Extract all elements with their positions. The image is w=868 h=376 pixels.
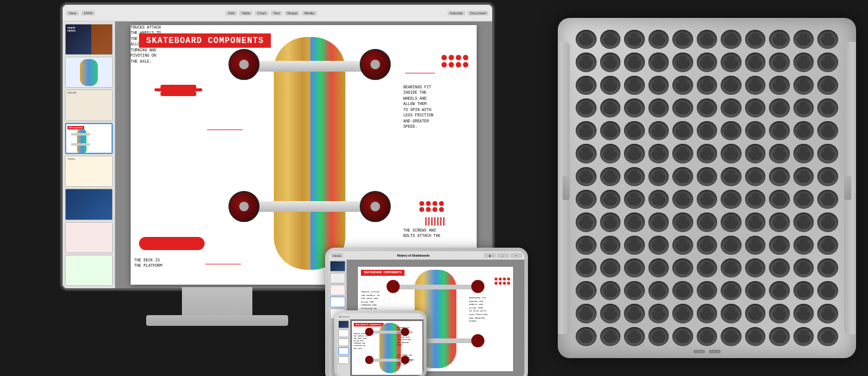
grille-hole bbox=[769, 258, 790, 278]
grille-hole bbox=[672, 304, 693, 323]
toolbar-view[interactable]: View bbox=[66, 11, 79, 16]
grille-hole bbox=[769, 212, 790, 232]
grille-hole bbox=[817, 76, 838, 95]
screws-annotation-text: THE SCREWS ANDBOLTS ATTACH THE bbox=[403, 228, 472, 239]
grille-hole bbox=[721, 76, 742, 95]
grille-hole bbox=[600, 167, 621, 186]
grille-hole bbox=[624, 281, 645, 300]
grille-hole bbox=[576, 76, 597, 95]
grille-hole bbox=[672, 30, 693, 49]
grille-hole bbox=[793, 327, 814, 346]
grille-hole bbox=[817, 327, 838, 346]
imac-screen[interactable]: View 100% Add Table Chart Text Shape Med… bbox=[63, 5, 492, 288]
grille-hole bbox=[697, 30, 718, 49]
grille-hole bbox=[672, 98, 693, 118]
grille-hole bbox=[697, 53, 718, 72]
grille-hole bbox=[745, 212, 766, 232]
ipad-toolbar-btn[interactable]: Canvas bbox=[331, 253, 343, 258]
skateboard-graphic bbox=[226, 25, 393, 285]
grille-hole bbox=[769, 190, 790, 209]
grille-hole bbox=[745, 121, 766, 140]
grille-hole bbox=[817, 190, 838, 209]
iphone-thumb-1[interactable] bbox=[338, 320, 349, 328]
grille-hole bbox=[600, 144, 621, 163]
grille-hole bbox=[576, 121, 597, 140]
grille-hole bbox=[793, 76, 814, 95]
slide-thumb-2[interactable] bbox=[65, 57, 113, 88]
iphone-thumb-4[interactable] bbox=[338, 347, 349, 355]
grille-hole bbox=[624, 236, 645, 255]
toolbar-table[interactable]: Table bbox=[239, 11, 252, 16]
grille-hole bbox=[721, 304, 742, 323]
grille-hole bbox=[817, 121, 838, 140]
iphone-thumb-5[interactable] bbox=[338, 356, 349, 364]
bearings-annotation-text: BEARINGS FITINSIDE THEWHEELS ANDALLOW TH… bbox=[403, 85, 472, 130]
imac-base bbox=[146, 315, 288, 326]
grille-hole bbox=[624, 304, 645, 323]
grille-hole bbox=[648, 167, 669, 186]
grille-hole bbox=[817, 258, 838, 278]
ipad-menu-btn[interactable]: ⋯ bbox=[510, 253, 522, 258]
grille-hole bbox=[576, 53, 597, 72]
grille-hole bbox=[721, 190, 742, 209]
slide-thumb-1[interactable]: SKATEPARKS bbox=[65, 24, 113, 55]
grille-hole bbox=[576, 327, 597, 346]
grille-hole bbox=[624, 167, 645, 186]
ipad-wheel-tr bbox=[471, 280, 484, 293]
slide-thumb-4[interactable]: sk8 components bbox=[65, 123, 113, 154]
grille-hole bbox=[648, 258, 669, 278]
iphone-screen[interactable]: ◀ Canvas ⋯ skateboard components bbox=[337, 313, 424, 376]
grille-hole bbox=[793, 121, 814, 140]
grille-hole bbox=[648, 281, 669, 300]
bearing-dot bbox=[441, 62, 447, 67]
grille-hole bbox=[576, 30, 597, 49]
grille-hole bbox=[624, 212, 645, 232]
grille-hole bbox=[769, 30, 790, 49]
toolbar-media[interactable]: Media bbox=[302, 11, 316, 16]
toolbar-animate[interactable]: Animate bbox=[447, 11, 465, 16]
slide-panel: SKATEPARKS History bbox=[63, 21, 115, 288]
grille-hole bbox=[672, 258, 693, 278]
iphone-thumb-2[interactable] bbox=[338, 329, 349, 337]
grille-hole bbox=[624, 76, 645, 95]
slide-thumb-3[interactable]: History bbox=[65, 90, 113, 121]
toolbar-chart[interactable]: Chart bbox=[255, 11, 268, 16]
toolbar-add[interactable]: Add bbox=[226, 11, 237, 16]
ipad-play-btn[interactable]: ▶ bbox=[484, 253, 496, 258]
slide-thumb-7[interactable] bbox=[65, 222, 113, 253]
grille-hole bbox=[721, 236, 742, 255]
grille-hole bbox=[648, 144, 669, 163]
slide-thumb-5[interactable]: Tricks bbox=[65, 156, 113, 187]
grille-hole bbox=[793, 167, 814, 186]
bearing-dot bbox=[463, 55, 468, 60]
grille-hole bbox=[576, 304, 597, 323]
grille-hole bbox=[769, 236, 790, 255]
iphone-bearings-text: BEARINGS FITINSIDE THEWHEELS ANDALLOW TH… bbox=[397, 327, 421, 347]
grille-hole bbox=[745, 167, 766, 186]
grille-hole bbox=[600, 327, 621, 346]
ipad-thumb-3[interactable] bbox=[330, 285, 345, 295]
screw-lines bbox=[425, 217, 444, 226]
toolbar-zoom[interactable]: 100% bbox=[81, 11, 95, 16]
mac-pro-right-button[interactable] bbox=[844, 176, 851, 200]
grille-hole bbox=[648, 236, 669, 255]
slide-thumb-8[interactable] bbox=[65, 255, 113, 286]
ipad-add-btn[interactable]: + bbox=[497, 253, 509, 258]
iphone-thumb-3[interactable] bbox=[338, 338, 349, 346]
bottom-indicator-1 bbox=[693, 350, 705, 353]
ipad-thumb-4[interactable] bbox=[330, 297, 345, 307]
toolbar-shape[interactable]: Shape bbox=[285, 11, 299, 16]
wheel-bottom-right bbox=[360, 191, 391, 222]
grille-hole bbox=[672, 212, 693, 232]
toolbar-document[interactable]: Document bbox=[468, 11, 489, 16]
mac-pro-grille bbox=[576, 30, 838, 346]
grille-hole bbox=[576, 144, 597, 163]
grille-hole bbox=[721, 212, 742, 232]
ipad-thumb-2[interactable] bbox=[330, 273, 345, 283]
ipad-thumb-1[interactable] bbox=[330, 261, 345, 272]
toolbar-text[interactable]: Text bbox=[271, 11, 282, 16]
grille-hole bbox=[793, 258, 814, 278]
mac-pro-left-button[interactable] bbox=[563, 176, 570, 200]
slide-thumb-6[interactable] bbox=[65, 189, 113, 220]
iphone-trucks-text: TRUCKS ATTACHTHE WHEELS TOTHE DECK ANDAL… bbox=[354, 333, 375, 350]
